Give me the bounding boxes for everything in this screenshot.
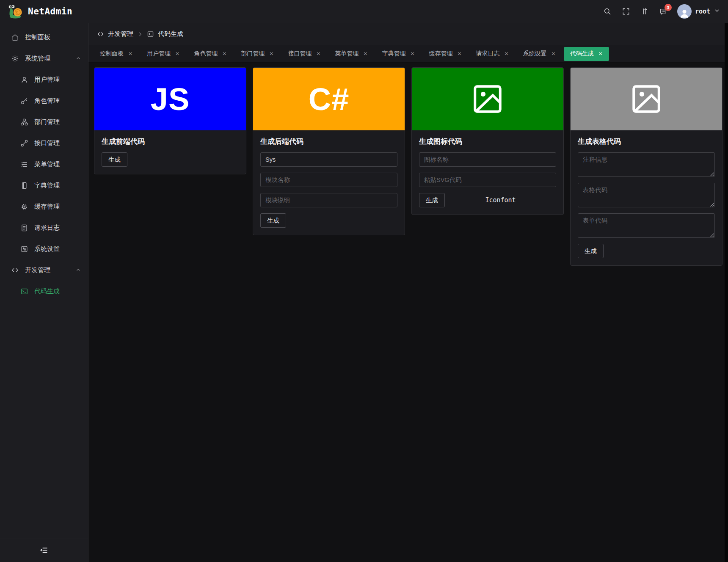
tab-close-icon[interactable]: ✕: [316, 51, 320, 56]
svg-code-input[interactable]: [419, 173, 556, 187]
card-title: 生成表格代码: [578, 137, 715, 146]
tab-close-icon[interactable]: ✕: [410, 51, 414, 56]
tab-departments[interactable]: 部门管理 ✕: [234, 47, 280, 61]
generate-table-button[interactable]: 生成: [578, 244, 604, 258]
sidebar-item-label: 代码生成: [34, 287, 81, 295]
top-header: NetAdmin: [0, 0, 728, 23]
collapse-menu-icon: [40, 546, 48, 554]
chevron-up-icon: [75, 55, 81, 61]
chevron-right-icon: [137, 31, 143, 37]
api-link-icon: [20, 139, 28, 147]
tab-label: 字典管理: [382, 50, 405, 58]
chevron-down-icon: [714, 7, 720, 16]
tab-label: 请求日志: [476, 50, 500, 58]
sidebar-item-roles[interactable]: 角色管理: [0, 90, 88, 111]
notification-badge: 3: [665, 4, 672, 11]
fullscreen-icon[interactable]: [621, 7, 631, 16]
tab-bar: 控制面板 ✕ 用户管理 ✕ 角色管理 ✕ 部门管理 ✕ 接口管理 ✕ 菜单管理 …: [88, 45, 728, 63]
sidebar-collapse-button[interactable]: [0, 538, 88, 562]
card-generate-backend: C# 生成后端代码 生成: [253, 67, 405, 235]
tab-label: 角色管理: [194, 50, 218, 58]
module-prefix-input[interactable]: [260, 152, 397, 167]
avatar[interactable]: [677, 4, 692, 19]
table-banner: [571, 68, 722, 130]
tab-request-logs[interactable]: 请求日志 ✕: [470, 47, 515, 61]
book-icon: [20, 182, 28, 190]
sidebar-group-system[interactable]: 系统管理: [0, 48, 88, 69]
tab-close-icon[interactable]: ✕: [175, 51, 179, 56]
sidebar-item-dashboard[interactable]: 控制面板: [0, 27, 88, 48]
icon-name-input[interactable]: [419, 152, 556, 167]
tab-close-icon[interactable]: ✕: [363, 51, 367, 56]
generate-frontend-button[interactable]: 生成: [102, 152, 127, 167]
sidebar-group-development[interactable]: 开发管理: [0, 259, 88, 281]
card-title: 生成前端代码: [102, 137, 239, 146]
user-icon: [20, 76, 28, 84]
user-menu[interactable]: root: [677, 4, 720, 19]
sidebar-item-settings[interactable]: 系统设置: [0, 238, 88, 259]
code-icon: [97, 30, 104, 38]
home-icon: [11, 33, 19, 41]
tab-close-icon[interactable]: ✕: [128, 51, 132, 56]
sidebar-item-users[interactable]: 用户管理: [0, 69, 88, 90]
header-actions: 3 root: [603, 4, 720, 19]
sidebar-item-label: 角色管理: [34, 97, 81, 105]
menu-lines-icon: [20, 160, 28, 168]
tab-close-icon[interactable]: ✕: [222, 51, 226, 56]
iconfont-link[interactable]: Iconfont: [445, 196, 556, 204]
terminal-icon: [147, 30, 154, 38]
swap-vertical-icon[interactable]: [640, 7, 649, 16]
module-description-input[interactable]: [260, 193, 397, 207]
sidebar-item-request-logs[interactable]: 请求日志: [0, 217, 88, 238]
sidebar-item-menus[interactable]: 菜单管理: [0, 154, 88, 175]
tab-close-icon[interactable]: ✕: [598, 51, 603, 56]
snail-logo-icon: [8, 4, 24, 19]
card-title: 生成图标代码: [419, 137, 556, 146]
sidebar-item-label: 部门管理: [34, 118, 81, 126]
tab-code-generation[interactable]: 代码生成 ✕: [564, 47, 609, 61]
tab-apis[interactable]: 接口管理 ✕: [281, 47, 327, 61]
org-chart-icon: [20, 118, 28, 126]
tab-label: 系统设置: [523, 50, 547, 58]
sidebar-item-label: 请求日志: [34, 224, 81, 232]
tab-roles[interactable]: 角色管理 ✕: [188, 47, 233, 61]
table-code-textarea[interactable]: [578, 183, 715, 207]
sidebar-item-code-generation[interactable]: 代码生成: [0, 281, 88, 302]
sidebar-item-departments[interactable]: 部门管理: [0, 111, 88, 132]
comment-info-textarea[interactable]: [578, 152, 715, 177]
sidebar-item-cache[interactable]: 缓存管理: [0, 196, 88, 217]
messages-icon[interactable]: 3: [659, 7, 668, 16]
sidebar-item-dictionaries[interactable]: 字典管理: [0, 175, 88, 196]
key-icon: [20, 97, 28, 105]
sidebar-item-label: 字典管理: [34, 182, 81, 190]
tab-cache[interactable]: 缓存管理 ✕: [422, 47, 468, 61]
tab-close-icon[interactable]: ✕: [457, 51, 461, 56]
card-title: 生成后端代码: [260, 137, 397, 146]
card-generate-frontend: JS 生成前端代码 生成: [94, 67, 246, 174]
tab-settings[interactable]: 系统设置 ✕: [517, 47, 562, 61]
search-icon[interactable]: [603, 7, 612, 16]
tab-users[interactable]: 用户管理 ✕: [141, 47, 186, 61]
sidebar-item-apis[interactable]: 接口管理: [0, 132, 88, 154]
logo-area: NetAdmin: [8, 4, 72, 19]
tab-dashboard[interactable]: 控制面板 ✕: [94, 47, 139, 61]
chevron-up-icon: [75, 267, 81, 273]
js-banner-text: JS: [151, 81, 190, 117]
generate-backend-button[interactable]: 生成: [260, 213, 286, 228]
js-banner: JS: [94, 68, 246, 130]
sidebar-nav: 控制面板 系统管理 用户管理: [0, 23, 88, 302]
generate-icon-button[interactable]: 生成: [419, 193, 445, 207]
app-window: NetAdmin: [0, 0, 728, 562]
scrollbar-track[interactable]: [725, 23, 728, 562]
tab-dictionaries[interactable]: 字典管理 ✕: [375, 47, 421, 61]
tab-label: 菜单管理: [335, 50, 358, 58]
form-code-textarea[interactable]: [578, 213, 715, 238]
module-name-input[interactable]: [260, 173, 397, 187]
breadcrumb-section[interactable]: 开发管理: [108, 30, 133, 38]
breadcrumb: 开发管理 代码生成: [88, 23, 728, 45]
tab-menus[interactable]: 菜单管理 ✕: [328, 47, 374, 61]
tab-label: 代码生成: [570, 50, 594, 58]
tab-close-icon[interactable]: ✕: [269, 51, 273, 56]
tab-close-icon[interactable]: ✕: [552, 51, 556, 56]
tab-close-icon[interactable]: ✕: [505, 51, 509, 56]
